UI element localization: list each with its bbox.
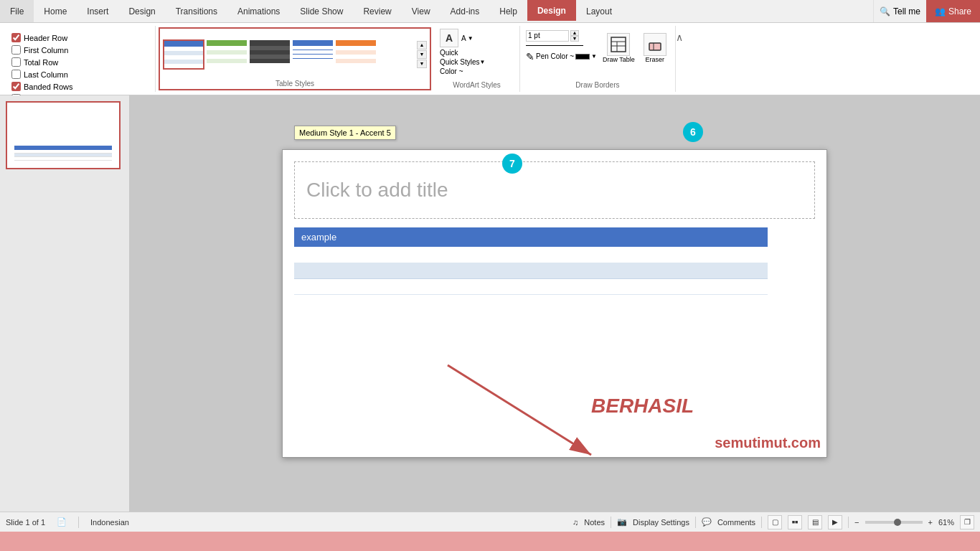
step-6-bubble: 6 — [683, 122, 703, 142]
zoom-slider[interactable] — [865, 521, 923, 524]
pen-icon: ✎ — [526, 51, 534, 62]
scroll-down-button[interactable]: ▼ — [417, 50, 427, 59]
share-button[interactable]: 👥 Share — [926, 0, 980, 22]
pen-color-dropdown[interactable]: ▼ — [591, 53, 597, 60]
color-button[interactable]: Color ~ — [440, 67, 463, 75]
tab-design-slide[interactable]: Design — [118, 0, 165, 22]
slide-canvas[interactable]: Click to add title example — [282, 149, 827, 458]
tab-file[interactable]: File — [0, 0, 34, 22]
scroll-up-button[interactable]: ▲ — [417, 41, 427, 50]
style-tooltip: Medium Style 1 - Accent 5 — [294, 126, 396, 140]
slide-table[interactable]: example — [294, 227, 768, 295]
slide-panel: 1 — [0, 95, 129, 512]
draw-table-label: Draw Table — [603, 56, 635, 63]
text-fill-dropdown[interactable]: ▼ — [468, 35, 473, 42]
berhasil-container: BERHASIL — [591, 395, 694, 418]
eraser-icon — [644, 33, 666, 56]
draw-table-button[interactable]: Draw Table — [600, 32, 638, 65]
table-cell-2 — [294, 263, 768, 278]
comments-button[interactable]: Comments — [717, 518, 755, 527]
tab-review[interactable]: Review — [353, 0, 401, 22]
berhasil-text: BERHASIL — [591, 395, 694, 418]
first-column-checkbox[interactable] — [11, 45, 21, 55]
scroll-more-button[interactable]: ▼ — [417, 60, 427, 68]
slide-thumbnail[interactable] — [6, 101, 121, 169]
total-row-option[interactable]: Total Row — [11, 57, 143, 67]
search-icon: 🔍 — [880, 6, 890, 17]
svg-line-7 — [448, 365, 591, 455]
text-fill-button[interactable]: A — [440, 29, 458, 47]
zoom-level[interactable]: 61% — [938, 518, 954, 527]
total-row-checkbox[interactable] — [11, 57, 21, 67]
wordart-styles-group: A A ▼ Quick Quick Styles ▼ Col — [434, 26, 520, 92]
header-row-checkbox[interactable] — [11, 33, 21, 42]
slide-info: Slide 1 of 1 — [6, 518, 45, 527]
eraser-button[interactable]: Eraser — [641, 32, 669, 65]
header-row-option[interactable]: Header Row — [11, 33, 143, 42]
banded-rows-label: Banded Rows — [24, 83, 73, 91]
pen-color-row[interactable]: ✎ Pen Color ~ ▼ — [526, 51, 597, 62]
display-settings-icon: 📷 — [617, 517, 627, 527]
step-7-label: 7 — [509, 158, 515, 169]
table-styles-group: ▲ ▼ ▼ Table Styles — [159, 27, 431, 90]
share-label: Share — [948, 6, 971, 17]
banded-rows-checkbox[interactable] — [11, 82, 21, 91]
first-column-option[interactable]: First Column — [11, 45, 143, 55]
table-style-orange[interactable] — [335, 39, 377, 70]
line-weight-input[interactable]: 1 pt — [526, 30, 569, 42]
last-column-checkbox[interactable] — [11, 70, 21, 79]
last-column-label: Last Column — [24, 70, 68, 79]
tab-animations[interactable]: Animations — [227, 0, 290, 22]
table-cell-3 — [294, 278, 768, 294]
tab-help[interactable]: Help — [489, 0, 527, 22]
table-style-options-group: Header Row First Column Total Row Last C… — [0, 26, 156, 92]
tab-slideshow[interactable]: Slide Show — [290, 0, 353, 22]
tab-view[interactable]: View — [402, 0, 440, 22]
text-fill-label: A — [461, 34, 466, 42]
reading-view-button[interactable]: ▤ — [808, 515, 822, 529]
svg-rect-4 — [649, 43, 661, 50]
website-text: semutimut.com — [715, 435, 821, 451]
eraser-label: Eraser — [646, 56, 665, 63]
table-style-green[interactable] — [206, 39, 248, 70]
slide-title[interactable]: Click to add title — [294, 161, 815, 219]
table-style-plain-blue[interactable] — [163, 39, 204, 70]
quick-styles-dropdown[interactable]: ▼ — [480, 59, 486, 65]
header-row-label: Header Row — [24, 34, 67, 42]
tab-home[interactable]: Home — [34, 0, 77, 22]
table-style-blue-outline[interactable] — [292, 39, 334, 70]
draw-borders-group: 1 pt ▲ ▼ ✎ Pen Color ~ — [520, 26, 676, 92]
language: Indonesian — [90, 518, 129, 527]
line-weight-up[interactable]: ▲ — [570, 30, 579, 36]
zoom-in-button[interactable]: + — [928, 518, 933, 527]
slide-canvas-area: Click to add title example — [129, 95, 980, 512]
tab-layout[interactable]: Layout — [576, 0, 622, 22]
slide-sorter-button[interactable]: ■■ — [788, 515, 802, 529]
fit-slide-button[interactable]: ❐ — [960, 515, 974, 529]
step-6-label: 6 — [690, 126, 696, 138]
line-weight-down[interactable]: ▼ — [570, 36, 579, 42]
banded-rows-option[interactable]: Banded Rows — [11, 82, 143, 91]
quick-styles-label: Quick — [440, 49, 458, 57]
normal-view-button[interactable]: ▢ — [768, 515, 782, 529]
collapse-ribbon-button[interactable]: ∧ — [676, 26, 690, 92]
zoom-out-button[interactable]: − — [854, 518, 859, 527]
slide-icon[interactable]: 📄 — [57, 517, 67, 527]
search-bar[interactable]: 🔍 Tell me — [873, 0, 926, 22]
line-weight-value: 1 pt — [528, 32, 540, 39]
tab-addins[interactable]: Add-ins — [440, 0, 490, 22]
draw-table-icon — [607, 33, 630, 56]
tab-insert[interactable]: Insert — [77, 0, 118, 22]
last-column-option[interactable]: Last Column — [11, 70, 143, 79]
quick-styles-button[interactable]: Quick Styles ▼ — [440, 58, 486, 66]
table-style-dark[interactable] — [249, 39, 291, 70]
step-7-bubble: 7 — [502, 154, 522, 174]
slideshow-button[interactable]: ▶ — [828, 515, 842, 529]
display-settings-button[interactable]: Display Settings — [633, 518, 689, 527]
tab-transitions[interactable]: Transitions — [166, 0, 227, 22]
tab-design-table[interactable]: Design — [527, 0, 576, 21]
notes-button[interactable]: Notes — [584, 518, 605, 527]
pen-color-swatch — [575, 54, 590, 60]
search-label: Tell me — [893, 6, 920, 17]
share-icon: 👥 — [935, 6, 946, 17]
